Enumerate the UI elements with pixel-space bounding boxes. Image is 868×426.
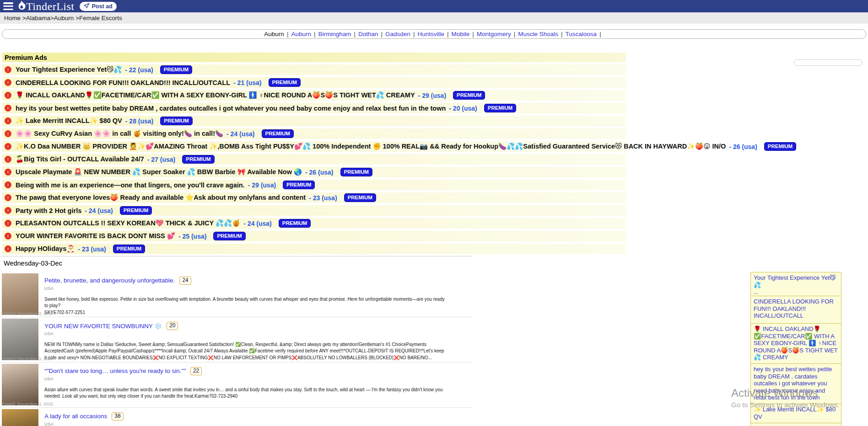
city-link[interactable]: Auburn — [291, 31, 311, 37]
listing-location: USA — [44, 286, 472, 291]
listing-row: A lady for all occasions38USA — [0, 408, 472, 426]
up-arrow-icon: ↑ — [5, 207, 11, 214]
listing-photo[interactable] — [2, 364, 38, 405]
flame-icon — [17, 0, 26, 12]
premium-ad-age[interactable]: - 23 (usa) — [78, 245, 106, 253]
sidebar-ad-box[interactable] — [750, 423, 841, 426]
listing-photo[interactable] — [2, 409, 38, 426]
breadcrumb-item[interactable]: Alabama — [26, 15, 50, 21]
city-link[interactable]: Birmingham — [318, 31, 351, 37]
premium-ad-link[interactable]: Being with me is an experience—one that … — [16, 181, 245, 189]
up-arrow-icon: ↑ — [5, 117, 11, 124]
breadcrumb-separator: > — [50, 15, 54, 21]
premium-ad-age[interactable]: - 26 (usa) — [305, 169, 333, 176]
listing-content: A lady for all occasions38USA — [44, 408, 472, 426]
premium-ad-age[interactable]: - 29 (usa) — [418, 92, 446, 99]
premium-ad-link[interactable]: ✨K.O Daa NUMBER 👑 PROVIDER 💆✨💕AMAZING Th… — [16, 143, 726, 150]
hamburger-menu-icon[interactable] — [3, 2, 13, 10]
listing-photo[interactable] — [2, 319, 38, 360]
listing-title-row: YOUR NEW FAVORITE SNOWBUNNY ❄️20 — [44, 322, 472, 330]
listing-description: Asian allure with curves that speak loud… — [44, 387, 447, 400]
premium-ad-link[interactable]: hey its your best wettes petite baby DRE… — [16, 105, 446, 112]
premium-ad-row: ↑Happy HOlidays🎅- 23 (usa)PREMIUM — [2, 244, 626, 254]
premium-ad-row: ↑Being with me is an experience—one that… — [2, 180, 626, 190]
city-link[interactable]: Huntsville — [417, 31, 444, 37]
breadcrumb-item[interactable]: Auburn — [54, 15, 74, 21]
premium-ad-link[interactable]: Party with 2 Hot girls — [16, 207, 81, 214]
premium-ad-link[interactable]: 🌹 INCALL OAKLAND🌹✅FACETIME/CAR✅ WITH A S… — [16, 91, 415, 99]
breadcrumb-separator: > — [21, 15, 26, 21]
premium-ad-age[interactable]: - 27 (usa) — [147, 156, 175, 163]
listing-title-row: A lady for all occasions38 — [44, 412, 472, 421]
premium-ad-age[interactable]: - 23 (usa) — [309, 194, 337, 202]
premium-ad-age[interactable]: - 28 (usa) — [125, 117, 153, 125]
listing-title-link[interactable]: YOUR NEW FAVORITE SNOWBUNNY ❄️ — [44, 322, 162, 330]
premium-ad-row: ↑Upscale Playmate 🚨 NEW NUMBER 💦 Super S… — [2, 167, 626, 177]
city-separator: | — [599, 31, 601, 37]
post-ad-button[interactable]: Post ad — [80, 2, 116, 11]
site-logo[interactable]: TinderList — [17, 0, 74, 12]
age-badge: 24 — [179, 277, 191, 285]
premium-ad-link[interactable]: Upscale Playmate 🚨 NEW NUMBER 💦 Super So… — [16, 168, 302, 176]
city-current: Auburn — [264, 31, 284, 37]
sidebar-ad-more: ... — [754, 289, 838, 295]
premium-ad-link[interactable]: PLEASANTON OUTCALLS !! SEXY KOREAN💖 THIC… — [16, 219, 240, 227]
city-link[interactable]: Gadsden — [385, 31, 410, 37]
city-link[interactable]: Mobile — [451, 31, 469, 37]
premium-ad-link[interactable]: YOUR WINTER FAVORITE IS BACK DONT MISS 💕 — [16, 232, 175, 240]
premium-ad-age[interactable]: - 25 (usa) — [178, 233, 206, 240]
listing-description: Sweet like honey, bold like espresso. Pe… — [44, 296, 447, 309]
sidebar-ad-title[interactable]: ✨ Lake Merritt INCALL✨ $80 QV — [754, 406, 838, 420]
premium-ad-link[interactable]: Your Tightest Experience Yet😼💦 — [16, 66, 122, 74]
city-link[interactable]: Muscle Shoals — [518, 31, 558, 37]
premium-ad-link[interactable]: 🍒Big Tits Girl - OUTCALL Available 24/7 — [16, 155, 144, 163]
listing-title-link[interactable]: Petite, brunette, and dangerously unforg… — [44, 277, 175, 284]
premium-ad-row: ↑PLEASANTON OUTCALLS !! SEXY KOREAN💖 THI… — [2, 218, 626, 229]
premium-ad-row: ↑🌹 INCALL OAKLAND🌹✅FACETIME/CAR✅ WITH A … — [2, 90, 626, 101]
up-arrow-icon: ↑ — [5, 245, 11, 252]
city-nav: Auburn|Auburn|Birmingham|Dothan|Gadsden|… — [2, 29, 866, 39]
premium-ad-row: ↑YOUR WINTER FAVORITE IS BACK DONT MISS … — [2, 231, 626, 241]
premium-ad-age[interactable]: - 20 (usa) — [449, 105, 477, 112]
age-badge: 20 — [167, 322, 178, 330]
city-link[interactable]: Tuscaloosa — [566, 31, 597, 37]
premium-badge: PREMIUM — [484, 104, 516, 112]
premium-ad-age[interactable]: - 24 (usa) — [85, 207, 113, 214]
premium-ad-age[interactable]: - 21 (usa) — [233, 79, 261, 86]
premium-ad-row: ↑CINDERELLA LOOKING FOR FUN!!! OAKLAND!!… — [2, 77, 626, 88]
listing-location: USA — [44, 376, 472, 381]
up-arrow-icon: ↑ — [5, 66, 11, 73]
city-link[interactable]: Montgomery — [477, 31, 511, 37]
sidebar-ad-box[interactable]: Your Tightest Experience Yet😼💦... — [750, 272, 841, 298]
listing-row: “"Don't stare too long… unless you're re… — [0, 362, 472, 408]
sidebar-ad-title[interactable]: Your Tightest Experience Yet😼💦 — [754, 274, 838, 288]
up-arrow-icon: ↑ — [5, 169, 11, 176]
city-link[interactable]: Dothan — [358, 31, 378, 37]
sidebar-ad-title[interactable]: 🌹 INCALL OAKLAND🌹✅FACETIME/CAR✅ WITH A S… — [754, 325, 838, 361]
premium-ad-link[interactable]: 🌸🌸 Sexy CuRvy Asian 🌸🌸 in call 🍯 visitin… — [16, 130, 223, 138]
up-arrow-icon: ↑ — [5, 156, 11, 163]
premium-ad-link[interactable]: ✨ Lake Merritt INCALL✨ $80 QV — [16, 117, 122, 125]
breadcrumb-item[interactable]: Home — [4, 15, 21, 21]
sidebar-ad-title[interactable]: hey its your best wettes petite baby DRE… — [754, 366, 838, 401]
logo-text: TinderList — [26, 1, 74, 12]
listing-location: USA — [44, 421, 472, 426]
premium-ad-age[interactable]: - 24 (usa) — [243, 220, 271, 227]
premium-ad-link[interactable]: CINDERELLA LOOKING FOR FUN!!! OAKLAND!!!… — [16, 79, 230, 86]
listing-content: YOUR NEW FAVORITE SNOWBUNNY ❄️20USANEW I… — [44, 317, 472, 361]
premium-ad-age[interactable]: - 22 (usa) — [125, 66, 153, 74]
premium-ad-age[interactable]: - 26 (usa) — [729, 143, 757, 150]
premium-ad-age[interactable]: - 24 (usa) — [226, 130, 254, 138]
premium-ads-list: ↑Your Tightest Experience Yet😼💦- 22 (usa… — [2, 64, 626, 254]
sidebar-ad-title[interactable]: CINDERELLA LOOKING FOR FUN!!! OAKLAND!!!… — [754, 298, 838, 320]
premium-badge: PREMIUM — [279, 219, 311, 228]
premium-ad-age[interactable]: - 29 (usa) — [248, 181, 276, 189]
listing-title-link[interactable]: “"Don't stare too long… unless you're re… — [44, 367, 186, 374]
listing-phone: SKYE702-577-2251 — [44, 309, 472, 316]
listing-title-link[interactable]: A lady for all occasions — [44, 413, 107, 420]
premium-ad-link[interactable]: The pawg that everyone loves🍑 Ready and … — [16, 194, 306, 202]
listing-photo[interactable] — [2, 273, 38, 315]
age-badge: 38 — [112, 412, 123, 421]
premium-ad-link[interactable]: Happy HOlidays🎅 — [16, 245, 75, 253]
top-bar: TinderList Post ad — [0, 0, 868, 12]
